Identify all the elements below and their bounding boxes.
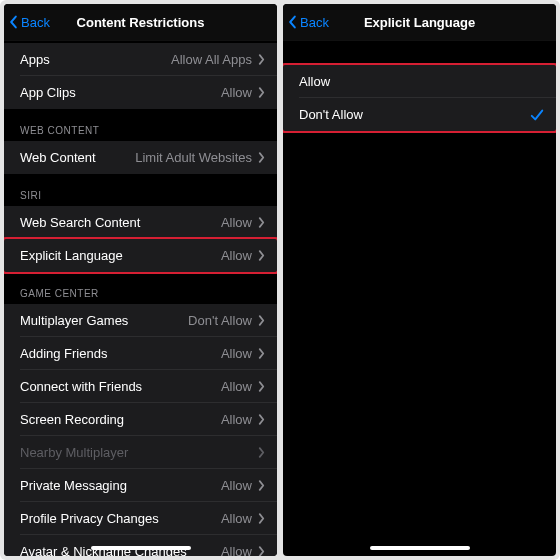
group-web: Web Content Limit Adult Websites <box>4 141 277 174</box>
row-adding-friends[interactable]: Adding Friends Allow <box>4 337 277 370</box>
row-label: Multiplayer Games <box>20 313 188 328</box>
row-label: Connect with Friends <box>20 379 221 394</box>
back-button[interactable]: Back <box>4 15 50 30</box>
chevron-right-icon <box>258 513 265 524</box>
group-top: Apps Allow All Apps App Clips Allow <box>4 43 277 109</box>
chevron-right-icon <box>258 152 265 163</box>
row-value: Allow <box>221 215 252 230</box>
row-label: Adding Friends <box>20 346 221 361</box>
row-value: Limit Adult Websites <box>135 150 252 165</box>
option-dont-allow[interactable]: Don't Allow <box>283 98 556 131</box>
checkmark-icon <box>530 108 544 122</box>
row-multiplayer-games[interactable]: Multiplayer Games Don't Allow <box>4 304 277 337</box>
screenshot-pair: Back Content Restrictions Apps Allow All… <box>0 0 560 560</box>
phone-right: Back Explicit Language Allow Don't Allow <box>283 4 556 556</box>
row-nearby-multiplayer: Nearby Multiplayer <box>4 436 277 469</box>
option-allow[interactable]: Allow <box>283 65 556 98</box>
row-label: Explicit Language <box>20 248 221 263</box>
row-label: Nearby Multiplayer <box>20 445 252 460</box>
chevron-right-icon <box>258 480 265 491</box>
chevron-left-icon <box>8 15 19 29</box>
back-label: Back <box>300 15 329 30</box>
nav-bar: Back Content Restrictions <box>4 4 277 41</box>
row-value: Allow <box>221 511 252 526</box>
row-web-search-content[interactable]: Web Search Content Allow <box>4 206 277 239</box>
row-value: Allow All Apps <box>171 52 252 67</box>
home-indicator[interactable] <box>91 546 191 550</box>
chevron-right-icon <box>258 546 265 556</box>
back-label: Back <box>21 15 50 30</box>
group-options: Allow Don't Allow <box>283 65 556 131</box>
group-gamecenter: Multiplayer Games Don't Allow Adding Fri… <box>4 304 277 556</box>
chevron-right-icon <box>258 414 265 425</box>
row-label: App Clips <box>20 85 221 100</box>
chevron-right-icon <box>258 217 265 228</box>
row-label: Web Content <box>20 150 135 165</box>
row-label: Apps <box>20 52 171 67</box>
row-value: Allow <box>221 85 252 100</box>
row-private-messaging[interactable]: Private Messaging Allow <box>4 469 277 502</box>
row-label: Profile Privacy Changes <box>20 511 221 526</box>
row-explicit-language[interactable]: Explicit Language Allow <box>4 239 277 272</box>
row-label: Allow <box>299 74 544 89</box>
chevron-right-icon <box>258 381 265 392</box>
group-siri: Web Search Content Allow Explicit Langua… <box>4 206 277 272</box>
nav-bar: Back Explicit Language <box>283 4 556 41</box>
section-header-web: WEB CONTENT <box>4 109 277 141</box>
row-value: Allow <box>221 248 252 263</box>
row-value: Allow <box>221 379 252 394</box>
row-apps[interactable]: Apps Allow All Apps <box>4 43 277 76</box>
chevron-right-icon <box>258 250 265 261</box>
chevron-right-icon <box>258 87 265 98</box>
row-label: Web Search Content <box>20 215 221 230</box>
chevron-right-icon <box>258 54 265 65</box>
chevron-right-icon <box>258 315 265 326</box>
row-value: Allow <box>221 346 252 361</box>
row-profile-privacy-changes[interactable]: Profile Privacy Changes Allow <box>4 502 277 535</box>
row-label: Screen Recording <box>20 412 221 427</box>
row-screen-recording[interactable]: Screen Recording Allow <box>4 403 277 436</box>
row-connect-with-friends[interactable]: Connect with Friends Allow <box>4 370 277 403</box>
row-web-content[interactable]: Web Content Limit Adult Websites <box>4 141 277 174</box>
back-button[interactable]: Back <box>283 15 329 30</box>
settings-scroll[interactable]: Apps Allow All Apps App Clips Allow WEB … <box>4 41 277 556</box>
settings-scroll[interactable]: Allow Don't Allow <box>283 41 556 556</box>
home-indicator[interactable] <box>370 546 470 550</box>
chevron-right-icon <box>258 447 265 458</box>
row-value: Allow <box>221 412 252 427</box>
row-label: Don't Allow <box>299 107 530 122</box>
row-label: Private Messaging <box>20 478 221 493</box>
row-value: Allow <box>221 544 252 556</box>
row-app-clips[interactable]: App Clips Allow <box>4 76 277 109</box>
row-value: Allow <box>221 478 252 493</box>
section-header-gamecenter: GAME CENTER <box>4 272 277 304</box>
phone-left: Back Content Restrictions Apps Allow All… <box>4 4 277 556</box>
row-value: Don't Allow <box>188 313 252 328</box>
section-header-siri: SIRI <box>4 174 277 206</box>
chevron-left-icon <box>287 15 298 29</box>
chevron-right-icon <box>258 348 265 359</box>
